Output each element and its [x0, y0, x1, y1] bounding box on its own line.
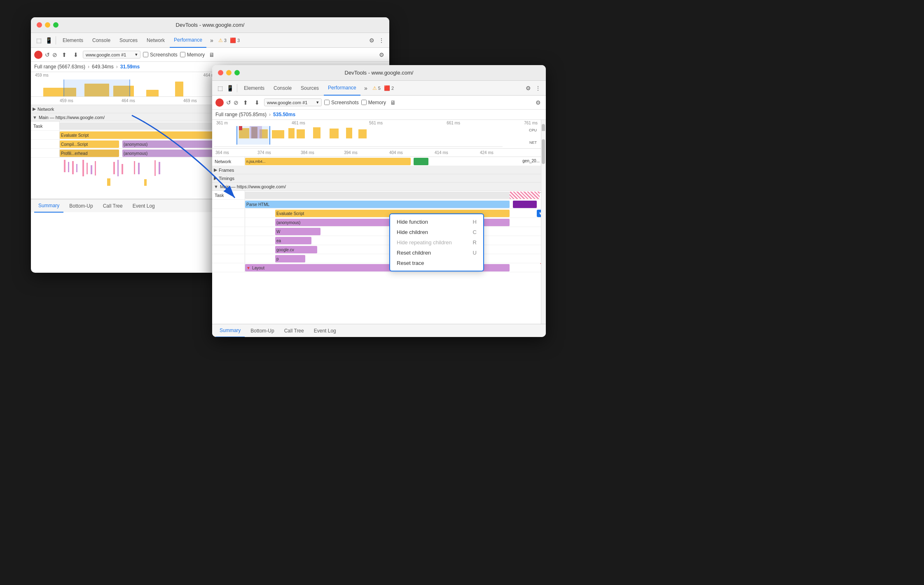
fg-more-tabs-icon[interactable]: »: [361, 84, 370, 93]
bg-tab-sources[interactable]: Sources: [115, 33, 142, 48]
fg-err-count: 2: [391, 86, 394, 91]
fg-reload-icon[interactable]: ↺: [226, 99, 231, 106]
fg-memory-checkbox[interactable]: Memory: [361, 100, 386, 105]
fg-tab-performance[interactable]: Performance: [324, 81, 360, 96]
fg-maximize-button[interactable]: [234, 70, 240, 75]
fg-download-icon[interactable]: ⬇: [253, 98, 262, 107]
bg-perf-settings-icon[interactable]: ⚙: [377, 50, 386, 59]
bg-bottom-tab-eventlog[interactable]: Event Log: [129, 199, 159, 213]
fg-p-row: p: [212, 254, 546, 263]
fg-bottom-tab-calltree[interactable]: Call Tree: [280, 324, 308, 337]
fg-main-scrollbar[interactable]: [541, 131, 546, 324]
fg-task-block[interactable]: [245, 192, 510, 199]
fg-screenshots-check[interactable]: [324, 100, 330, 105]
fg-layout-label: [212, 263, 245, 272]
bg-network-toggle[interactable]: ▶: [33, 106, 36, 112]
bg-url-input[interactable]: www.google.com #1 ▾: [83, 51, 140, 58]
bg-more-tabs-icon[interactable]: »: [207, 36, 216, 45]
fg-main-toggle[interactable]: ▼: [214, 184, 218, 189]
fg-url-dropdown-icon[interactable]: ▾: [316, 100, 319, 105]
bg-settings-icon[interactable]: ⚙: [367, 36, 376, 45]
fg-device-icon[interactable]: 📱: [225, 84, 234, 93]
bg-tab-network[interactable]: Network: [143, 33, 169, 48]
fg-warn-icon: ⚠: [372, 85, 377, 91]
fg-menu-hide-children-shortcut: C: [473, 229, 477, 235]
bg-tab-console[interactable]: Console: [88, 33, 115, 48]
fg-minimize-button[interactable]: [226, 70, 232, 75]
fg-layout-text: Layout: [252, 266, 264, 270]
fg-frames-toggle[interactable]: ▶: [214, 167, 217, 173]
fg-tab-elements[interactable]: Elements: [240, 81, 269, 96]
fg-menu-hide-children[interactable]: Hide children C: [390, 227, 483, 237]
fg-network-block[interactable]: n,jsa,mb4...: [245, 158, 411, 165]
bg-url-dropdown-icon[interactable]: ▾: [135, 52, 138, 57]
bg-bottom-tab-bottomup[interactable]: Bottom-Up: [65, 199, 97, 213]
bg-inspect-icon[interactable]: ⬚: [34, 36, 43, 45]
fg-url-input[interactable]: www.google.com #1 ▾: [264, 98, 322, 106]
fg-cpu-icon[interactable]: 🖥: [388, 98, 398, 107]
bg-upload-icon[interactable]: ⬆: [60, 50, 69, 59]
fg-breadcrumb-range: Full range (5705.85ms): [215, 112, 267, 117]
bg-memory-checkbox[interactable]: Memory: [180, 52, 205, 58]
bg-reload-icon[interactable]: ↺: [45, 51, 50, 58]
fg-parse-html-block[interactable]: Parse HTML: [245, 201, 510, 208]
fg-network-green-block[interactable]: [414, 158, 429, 165]
bg-more-icon[interactable]: ⋮: [377, 36, 386, 45]
fg-parse-html-purple[interactable]: [513, 201, 537, 208]
bg-breadcrumb-sub: 649.34ms: [92, 64, 114, 70]
fg-w-block[interactable]: W: [275, 228, 320, 235]
svg-rect-22: [159, 162, 160, 174]
bg-clear-icon[interactable]: ⊘: [52, 51, 57, 58]
fg-menu-hide-repeating-shortcut: R: [473, 239, 477, 246]
fg-more-icon[interactable]: ⋮: [533, 84, 543, 93]
bg-bottom-tab-calltree[interactable]: Call Tree: [99, 199, 127, 213]
fg-upload-icon[interactable]: ⬆: [241, 98, 250, 107]
fg-tab-sources[interactable]: Sources: [297, 81, 323, 96]
bg-cpu-icon[interactable]: 🖥: [207, 50, 216, 59]
bg-close-button[interactable]: [37, 22, 42, 28]
fg-p-block[interactable]: p: [275, 255, 305, 262]
fg-settings-icon[interactable]: ⚙: [524, 84, 533, 93]
svg-rect-29: [288, 128, 295, 138]
bg-breadcrumb-arrow2: ›: [116, 64, 118, 70]
fg-parse-html-text: Parse HTML: [246, 202, 269, 207]
fg-menu-reset-trace[interactable]: Reset trace: [390, 258, 483, 268]
bg-tab-elements[interactable]: Elements: [58, 33, 87, 48]
bg-screenshots-check[interactable]: [143, 52, 148, 57]
fg-inspect-icon[interactable]: ⬚: [215, 84, 225, 93]
fg-perf-settings-icon[interactable]: ⚙: [533, 98, 543, 107]
fg-network-text: Network: [215, 159, 231, 164]
fg-ea-block[interactable]: ea: [275, 237, 311, 244]
fg-titlebar: DevTools - www.google.com/: [212, 65, 546, 81]
bg-download-icon[interactable]: ⬇: [71, 50, 80, 59]
fg-screenshots-checkbox[interactable]: Screenshots: [324, 100, 359, 105]
fg-menu-hide-function[interactable]: Hide function H: [390, 217, 483, 227]
fg-clear-icon[interactable]: ⊘: [234, 99, 239, 106]
bg-screenshots-checkbox[interactable]: Screenshots: [143, 52, 178, 58]
fg-close-button[interactable]: [218, 70, 223, 75]
bg-tab-performance[interactable]: Performance: [170, 33, 206, 48]
fg-menu-reset-children[interactable]: Reset children U: [390, 248, 483, 258]
fg-tab-console[interactable]: Console: [269, 81, 296, 96]
fg-bottom-tab-summary[interactable]: Summary: [215, 324, 245, 337]
fg-task-striped[interactable]: [510, 192, 540, 199]
bg-device-icon[interactable]: 📱: [44, 36, 53, 45]
fg-googlecv-label: [212, 245, 245, 254]
bg-minimize-button[interactable]: [45, 22, 50, 28]
fg-timings-toggle[interactable]: ▶: [214, 176, 217, 181]
fg-bottom-tab-eventlog[interactable]: Event Log: [310, 324, 340, 337]
bg-profili-block[interactable]: Profili...erhead: [60, 150, 119, 157]
bg-memory-check[interactable]: [180, 52, 185, 57]
fg-bottom-tab-bottomup[interactable]: Bottom-Up: [246, 324, 278, 337]
fg-main-scrollbar-thumb[interactable]: [542, 139, 545, 164]
bg-compil-block[interactable]: Compil...Script: [60, 140, 119, 148]
fg-memory-check[interactable]: [361, 100, 367, 105]
bg-record-button[interactable]: [34, 51, 42, 59]
bg-main-toggle[interactable]: ▼: [33, 115, 37, 120]
bg-maximize-button[interactable]: [53, 22, 58, 28]
fg-record-button[interactable]: [215, 98, 224, 107]
bg-sep1: [56, 36, 56, 44]
fg-screenshots-label: Screenshots: [331, 100, 359, 105]
bg-bottom-tab-summary[interactable]: Summary: [34, 199, 63, 213]
fg-googlecv-block[interactable]: google.cv: [275, 246, 317, 253]
